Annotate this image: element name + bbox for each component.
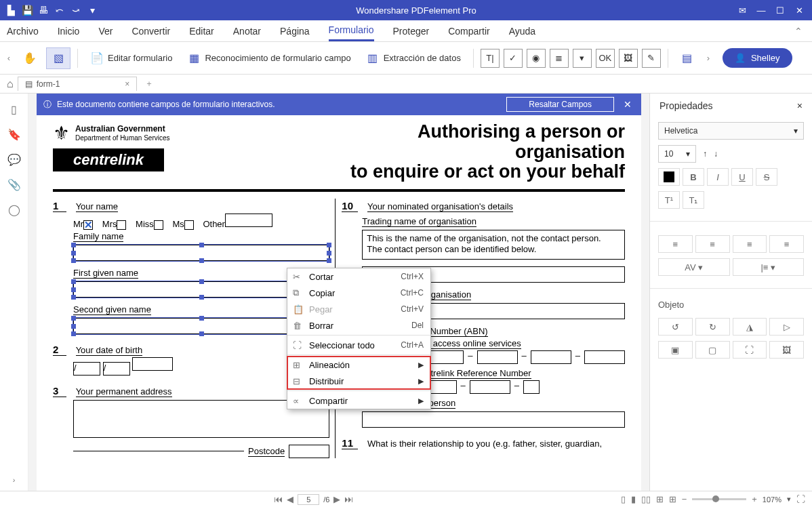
font-size-input[interactable]: 10▾: [658, 145, 696, 163]
q2-month-input[interactable]: /: [103, 362, 130, 376]
align-center-button[interactable]: ≡: [695, 235, 730, 253]
flip-h-button[interactable]: ◮: [733, 318, 767, 336]
bring-front-button[interactable]: ▣: [658, 341, 693, 359]
prev-page-icon[interactable]: ◀: [287, 494, 293, 504]
q1-family-input[interactable]: [73, 245, 329, 261]
rotate-right-button[interactable]: ↻: [695, 318, 730, 336]
menu-inicio[interactable]: Inicio: [58, 22, 80, 41]
flip-v-button[interactable]: ▷: [769, 318, 804, 336]
abn-seg-3[interactable]: [531, 350, 571, 364]
crn-seg-4[interactable]: [523, 380, 540, 394]
crop-button[interactable]: ⛶: [733, 341, 767, 359]
italic-button[interactable]: I: [707, 168, 729, 186]
menu-convertir[interactable]: Convertir: [131, 22, 170, 41]
last-page-icon[interactable]: ⏭: [344, 494, 353, 504]
sidebar-expand-icon[interactable]: ›: [13, 476, 16, 484]
q3-postcode-input[interactable]: [289, 445, 329, 458]
select-tool-button[interactable]: ▧: [46, 47, 70, 69]
menu-proteger[interactable]: Proteger: [393, 22, 430, 41]
menu-ver[interactable]: Ver: [98, 22, 113, 41]
minimize-icon[interactable]: —: [755, 5, 767, 16]
abn-seg-2[interactable]: [477, 350, 518, 364]
toolbar-scroll-right-icon[interactable]: ›: [704, 53, 713, 63]
menu-anotar[interactable]: Anotar: [233, 22, 261, 41]
subscript-button[interactable]: T₁: [683, 191, 704, 209]
view-single-icon[interactable]: ▯: [621, 494, 626, 504]
q1-ms-checkbox[interactable]: [184, 220, 194, 230]
undo-icon[interactable]: ⤺: [54, 5, 65, 16]
q1-mrs-checkbox[interactable]: [117, 220, 126, 230]
context-distribute[interactable]: ⊟Distribuir▶: [287, 373, 430, 389]
radio-field-button[interactable]: ◉: [527, 49, 546, 68]
dropdown-icon[interactable]: ▾: [87, 5, 98, 16]
menu-archivo[interactable]: Archivo: [7, 22, 39, 41]
rotate-left-button[interactable]: ↺: [658, 318, 693, 336]
q2-day-input[interactable]: /: [73, 362, 100, 376]
checkbox-field-button[interactable]: ✓: [504, 49, 523, 68]
strikethrough-button[interactable]: S: [756, 168, 777, 186]
font-select[interactable]: Helvetica▾: [658, 122, 804, 140]
send-back-button[interactable]: ▢: [695, 341, 730, 359]
context-share[interactable]: ∝Compartir▶: [287, 392, 430, 409]
context-align[interactable]: ⊞Alineación▶: [287, 357, 430, 373]
highlight-fields-button[interactable]: Resaltar Campos: [506, 97, 614, 112]
char-spacing-button[interactable]: AV ▾: [658, 258, 730, 276]
context-copy[interactable]: ⧉CopiarCtrl+C: [287, 285, 430, 301]
view-thumbnails-icon[interactable]: ⊞: [669, 494, 676, 504]
menu-compartir[interactable]: Compartir: [448, 22, 489, 41]
color-swatch[interactable]: [658, 168, 680, 186]
bold-button[interactable]: B: [683, 168, 704, 186]
crn-seg-3[interactable]: [470, 380, 510, 394]
align-left-button[interactable]: ≡: [658, 235, 693, 253]
comments-icon[interactable]: 💬: [7, 153, 21, 166]
list-field-button[interactable]: ≣: [550, 49, 569, 68]
redo-icon[interactable]: ⤻: [70, 5, 81, 16]
edit-form-button[interactable]: 📄Editar formulario: [85, 47, 178, 69]
q1-mr-checkbox[interactable]: [83, 220, 93, 230]
replace-button[interactable]: 🖼: [769, 341, 804, 359]
signature-field-button[interactable]: ✎: [642, 49, 661, 68]
image-field-button[interactable]: 🖼: [619, 49, 638, 68]
search-icon[interactable]: ◯: [8, 203, 20, 216]
zoom-in-icon[interactable]: +: [752, 494, 757, 504]
next-page-icon[interactable]: ▶: [333, 494, 340, 504]
menu-ayuda[interactable]: Ayuda: [509, 22, 535, 41]
attachments-icon[interactable]: 📎: [7, 178, 21, 191]
thumbnails-icon[interactable]: ▯: [11, 103, 17, 116]
align-justify-button[interactable]: ≡: [769, 235, 804, 253]
increase-size-icon[interactable]: ↑: [703, 149, 707, 159]
abn-seg-4[interactable]: [584, 350, 625, 364]
align-right-button[interactable]: ≡: [733, 235, 767, 253]
first-page-icon[interactable]: ⏮: [274, 494, 283, 504]
extract-data-button[interactable]: ▥Extracción de datos: [361, 47, 466, 69]
document-tab[interactable]: ▤ form-1 ×: [18, 77, 138, 91]
print-icon[interactable]: 🖶: [38, 5, 49, 16]
decrease-size-icon[interactable]: ↓: [714, 149, 718, 159]
superscript-button[interactable]: T¹: [658, 191, 680, 209]
view-two-icon[interactable]: ▯▯: [641, 494, 651, 504]
underline-button[interactable]: U: [731, 168, 753, 186]
context-cut[interactable]: ✂CortarCtrl+X: [287, 268, 430, 285]
context-delete[interactable]: 🗑BorrarDel: [287, 317, 430, 333]
properties-close-icon[interactable]: ×: [797, 100, 803, 111]
bookmarks-icon[interactable]: 🔖: [7, 128, 21, 141]
close-icon[interactable]: ✕: [793, 5, 805, 16]
text-field-button[interactable]: T|: [481, 49, 500, 68]
dropdown-field-button[interactable]: ▾: [573, 49, 592, 68]
q2-year-input[interactable]: [132, 357, 173, 371]
more-tools-button[interactable]: ▤: [675, 47, 699, 69]
q1-other-input[interactable]: [225, 214, 272, 227]
current-page[interactable]: 5: [298, 494, 319, 505]
hand-tool-button[interactable]: ✋: [18, 47, 42, 69]
zoom-out-icon[interactable]: −: [682, 494, 687, 504]
context-select-all[interactable]: ⛶Seleccionar todoCtrl+A: [287, 337, 430, 353]
user-pill[interactable]: 👤 Shelley: [723, 48, 792, 68]
menu-formulario[interactable]: Formulario: [329, 20, 374, 41]
view-two-continuous-icon[interactable]: ⊞: [656, 494, 664, 504]
chevron-down-icon[interactable]: ▾: [787, 495, 791, 504]
collapse-ribbon-icon[interactable]: ⌃: [794, 26, 803, 37]
line-spacing-button[interactable]: |≡ ▾: [733, 258, 805, 276]
tab-close-icon[interactable]: ×: [125, 79, 129, 89]
maximize-icon[interactable]: ☐: [774, 5, 786, 16]
menu-editar[interactable]: Editar: [189, 22, 214, 41]
